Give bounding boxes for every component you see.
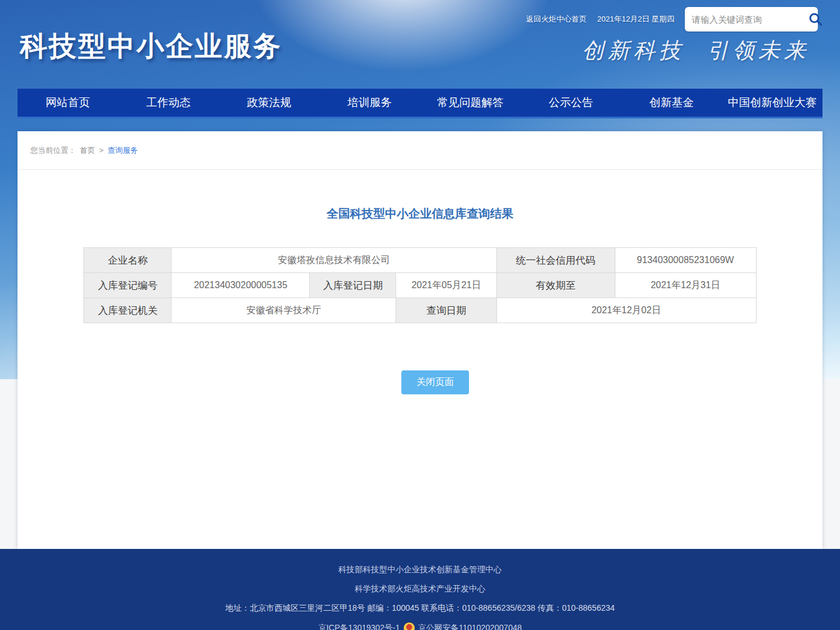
page: 返回火炬中心首页 2021年12月2日 星期四 科技型中小企业服务 创新科技 <box>0 0 840 630</box>
registration-date-label: 入库登记日期 <box>310 273 396 298</box>
breadcrumb-home-link[interactable]: 首页 <box>80 145 95 156</box>
table-row: 企业名称 安徽塔孜信息技术有限公司 统一社会信用代码 9134030008523… <box>84 248 756 273</box>
credit-code-value: 91340300085231069W <box>615 248 756 273</box>
site-slogan: 创新科技 引领未来 <box>582 36 810 65</box>
nav-item-home[interactable]: 网站首页 <box>18 89 118 117</box>
brand-row: 科技型中小企业服务 创新科技 引领未来 <box>0 28 840 65</box>
breadcrumb-prefix: 您当前位置： <box>30 145 76 156</box>
footer-contact-line: 地址：北京市西城区三里河二区甲18号 邮编：100045 联系电话：010-88… <box>0 603 840 614</box>
police-badge-icon <box>404 622 415 630</box>
search-input[interactable] <box>692 15 808 24</box>
breadcrumb-separator: > <box>99 146 104 155</box>
nav-item-policies[interactable]: 政策法规 <box>219 89 320 117</box>
sky-gap <box>0 118 840 131</box>
query-result-table: 企业名称 安徽塔孜信息技术有限公司 统一社会信用代码 9134030008523… <box>83 247 756 323</box>
slogan-part-2: 引领未来 <box>707 36 810 65</box>
query-date-label: 查询日期 <box>396 298 496 323</box>
registration-date-value: 2021年05月21日 <box>396 273 496 298</box>
query-date-value: 2021年12月02日 <box>496 298 756 323</box>
slogan-part-1: 创新科技 <box>582 36 685 65</box>
valid-until-label: 有效期至 <box>496 273 615 298</box>
breadcrumb: 您当前位置： 首页 > 查询服务 <box>18 131 822 170</box>
registration-no-label: 入库登记编号 <box>84 273 172 298</box>
nav-item-innovation-contest[interactable]: 中国创新创业大赛 <box>722 89 823 117</box>
registration-no-value: 202134030200005135 <box>172 273 310 298</box>
nav-item-innovation-fund[interactable]: 创新基金 <box>621 89 722 117</box>
registration-authority-value: 安徽省科学技术厅 <box>172 298 396 323</box>
nav-item-training[interactable]: 培训服务 <box>320 89 421 117</box>
search-icon <box>808 12 823 27</box>
registration-authority-label: 入库登记机关 <box>84 298 172 323</box>
breadcrumb-current-link[interactable]: 查询服务 <box>108 145 138 156</box>
current-date-text: 2021年12月2日 星期四 <box>597 14 674 24</box>
table-row: 入库登记编号 202134030200005135 入库登记日期 2021年05… <box>84 273 756 298</box>
table-row: 入库登记机关 安徽省科学技术厅 查询日期 2021年12月02日 <box>84 298 756 323</box>
search-button[interactable] <box>808 10 823 28</box>
footer-registration-line: 京ICP备13019302号-1 京公网安备11010202007048 <box>0 622 840 630</box>
content-card: 您当前位置： 首页 > 查询服务 全国科技型中小企业信息库查询结果 企业名称 安… <box>18 131 822 549</box>
site-footer: 科技部科技型中小企业技术创新基金管理中心 科学技术部火炬高技术产业开发中心 地址… <box>0 549 840 630</box>
public-security-registration-link[interactable]: 京公网安备11010202007048 <box>418 623 522 630</box>
company-name-label: 企业名称 <box>84 248 172 273</box>
page-title: 全国科技型中小企业信息库查询结果 <box>18 206 822 222</box>
footer-org-line-1: 科技部科技型中小企业技术创新基金管理中心 <box>0 565 840 575</box>
site-logo: 科技型中小企业服务 <box>20 28 282 65</box>
footer-org-line-2: 科学技术部火炬高技术产业开发中心 <box>0 584 840 594</box>
credit-code-label: 统一社会信用代码 <box>496 248 615 273</box>
close-page-button[interactable]: 关闭页面 <box>401 370 469 394</box>
nav-item-announcements[interactable]: 公示公告 <box>521 89 622 117</box>
nav-item-work-news[interactable]: 工作动态 <box>118 89 219 117</box>
company-name-value: 安徽塔孜信息技术有限公司 <box>172 248 496 273</box>
valid-until-value: 2021年12月31日 <box>615 273 756 298</box>
return-torch-center-link[interactable]: 返回火炬中心首页 <box>526 14 587 24</box>
site-header: 返回火炬中心首页 2021年12月2日 星期四 科技型中小企业服务 创新科技 <box>0 0 840 89</box>
nav-item-faq[interactable]: 常见问题解答 <box>420 89 521 117</box>
main-navigation: 网站首页 工作动态 政策法规 培训服务 常见问题解答 公示公告 创新基金 中国创… <box>18 89 822 118</box>
icp-license-link[interactable]: 京ICP备13019302号-1 <box>318 623 400 630</box>
